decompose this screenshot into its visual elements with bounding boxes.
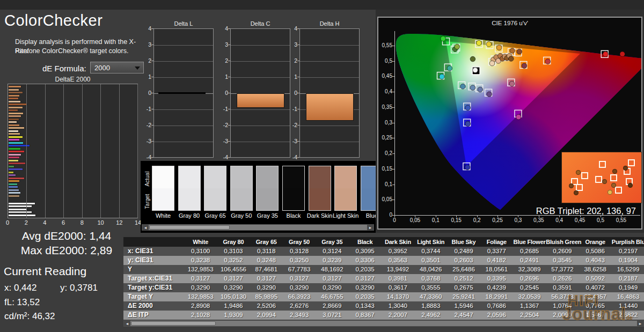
cie-y-tick [392,107,394,108]
deltae-chart-title: DeltaE 2000 [8,76,138,83]
table-cell: 47,3360 [414,292,447,301]
delta-y-tick [228,61,230,61]
deltae-x-tick-label: 8 [77,219,87,226]
delta-y-tick [228,125,230,126]
delta-y-tick-label: -1 [217,106,228,112]
inset-target-square [615,187,622,194]
table-cell: 0,5092 [579,274,612,283]
deltae-gridline [100,84,101,218]
table-cell: 1,9486 [217,301,250,311]
cie-y-tick [392,92,394,92]
cie-measured-point [470,85,475,91]
swatch-light-skin [334,166,357,211]
avg-de2000-stat: Avg dE2000: 1,44 [0,230,133,242]
swatch-target [204,188,226,210]
delta-y-tick [297,157,299,158]
table-cell: 0,3238 [184,256,217,265]
table-cell: 0,3768 [414,274,447,283]
swatch-target [283,188,304,210]
de-formula-dropdown[interactable]: 2000 [90,62,144,73]
table-cell: 2,1028 [184,311,217,320]
delta-y-tick-label: -3 [217,138,228,144]
swatch-actual [283,166,304,188]
delta-y-tick [228,45,230,45]
deltae-bar [9,215,35,216]
cie-x-tick [580,215,581,217]
table-cell: 0,3563 [382,256,414,265]
delta-y-tick-label: -4 [141,154,151,160]
deltae-bar [9,163,25,164]
scroll-right-icon[interactable]: ► [637,321,643,326]
table-scrollbar-thumb[interactable] [131,321,216,326]
delta-gridline [231,77,290,78]
table-cell: 1,0764 [546,301,579,311]
row-label: ΔE ITP [123,311,184,320]
swatch-actual [361,166,376,188]
deltae-bar [9,127,24,129]
cie-measured-point [603,51,608,57]
swatch-scrollbar[interactable]: ◄ ► [142,224,374,231]
inset-measured-dot [602,179,607,184]
table-cell: 67,7783 [283,265,316,274]
scroll-left-icon[interactable]: ◄ [124,321,130,326]
deltae-bar [9,92,23,93]
cie-y-tick [392,46,394,46]
table-cell: 1,5946 [447,301,480,311]
row-label: Target y:CIE31 [123,283,184,292]
scroll-left-icon[interactable]: ◄ [142,225,149,230]
table-scrollbar[interactable]: ◄ ► [123,320,644,327]
delta-gridline [300,45,359,46]
deltae-bar [9,130,18,132]
reading-fl: fL: 13,52 [4,297,40,308]
deltae-bar [9,113,23,114]
deltae-bar [9,101,20,102]
inset-target-square [576,184,583,191]
column-header: Black [348,237,381,247]
deltae-x-tick-label: 12 [114,219,124,226]
table-cell: 0,3124 [316,247,348,256]
swatch-scrollbar-thumb[interactable] [149,225,230,230]
scroll-right-icon[interactable]: ► [367,225,374,230]
delta-y-tick [151,61,153,61]
delta-y-tick [151,77,153,77]
delta-gridline [154,77,213,78]
delta-y-tick-label: 4 [217,25,228,32]
delta-chart-delta-c [230,28,290,158]
cie-x-tick [497,215,498,217]
deltae-bar [9,166,14,167]
delta-gridline [154,126,213,126]
cie-measured-point [465,105,471,110]
deltae-bar [9,133,20,135]
cie-measured-point [477,40,482,46]
table-header-row: WhiteGray 80Gray 65Gray 50Gray 35BlackDa… [123,237,644,247]
delta-y-tick [151,28,153,29]
table-cell: 0,4072 [579,283,612,292]
reading-y: y: 0,3781 [60,283,98,293]
table-cell: 0,3290 [348,283,381,292]
column-header: Bluish Green [546,237,579,247]
table-cell: 0,4043 [579,256,612,265]
cie-measured-point [460,84,466,89]
cie-x-tick-label: 0,2 [469,217,485,223]
deltae-gridline [82,84,83,218]
table-cell: 13,9492 [382,265,414,274]
column-header: Gray 65 [250,237,283,247]
swatch-actual [204,166,226,188]
row-label: y: CIE31 [123,256,184,265]
table-cell: 0,3100 [184,247,217,256]
table-row: Target Y132,9853105,013085,989566,392346… [123,292,644,301]
delta-y-tick-label: 2 [217,57,228,64]
cie-y-tick-label: 0,05 [379,196,392,202]
deltae-x-tick-label: 2 [21,219,31,226]
inset-target-square [628,159,635,166]
delta-y-tick-label: -2 [141,122,151,128]
swatch-target [152,188,174,210]
deltae-bar [9,160,18,161]
table-cell: 0,3127 [250,274,283,283]
delta-y-tick-label: 3 [287,41,297,48]
table-cell: 57,3772 [546,265,579,274]
deltae-bar [9,157,19,158]
delta-y-tick [297,77,299,77]
row-label: Target Y [123,292,184,301]
cie-x-tick [415,215,415,217]
